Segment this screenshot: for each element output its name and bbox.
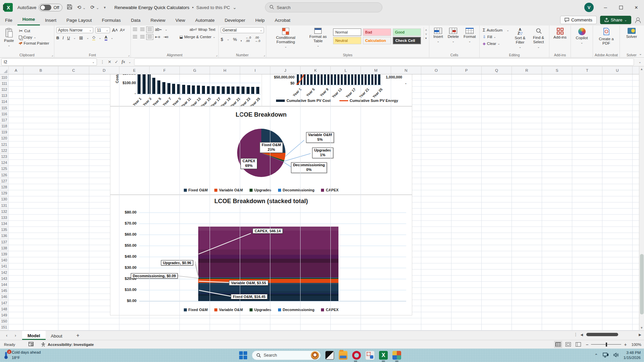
row-header-145[interactable]: 145 bbox=[0, 288, 8, 294]
gallery-up-icon[interactable]: ˄ bbox=[425, 28, 427, 32]
decrease-indent-icon[interactable]: ⇤≡ bbox=[155, 35, 160, 39]
row-header-137[interactable]: 137 bbox=[0, 239, 8, 245]
toggle-switch[interactable] bbox=[40, 5, 51, 10]
zoom-out-icon[interactable]: − bbox=[586, 342, 588, 347]
column-header-J[interactable]: J bbox=[270, 66, 301, 74]
stk-legend-Fixed-O-M[interactable]: Fixed O&M bbox=[184, 308, 208, 312]
row-header-122[interactable]: 122 bbox=[0, 147, 8, 154]
pie-legend-Decommissioning[interactable]: Decommissioning bbox=[278, 188, 315, 192]
align-left-icon[interactable] bbox=[133, 35, 137, 39]
row-header-111[interactable]: 111 bbox=[0, 80, 8, 86]
orientation-icon[interactable]: ab⌁ bbox=[155, 27, 162, 32]
font-color-icon[interactable]: A bbox=[105, 36, 107, 41]
zoom-level[interactable]: 100% bbox=[632, 343, 641, 347]
formula-bar-expand-icon[interactable]: ⌄ bbox=[636, 60, 644, 64]
network-icon[interactable] bbox=[603, 353, 609, 358]
title-search-box[interactable]: Search bbox=[265, 2, 382, 12]
format-as-table-button[interactable]: Format as Table⌄ bbox=[305, 27, 331, 48]
sheet-grid[interactable]: 1101111121131141151161171181191201211221… bbox=[0, 74, 639, 330]
enter-icon[interactable]: ✓ bbox=[115, 59, 118, 64]
row-header-121[interactable]: 121 bbox=[0, 141, 8, 147]
column-header-P[interactable]: P bbox=[451, 66, 482, 74]
format-cells-button[interactable]: Format⌄ bbox=[462, 27, 478, 44]
cell-style-calculation[interactable]: Calculation bbox=[363, 37, 391, 44]
row-header-130[interactable]: 130 bbox=[0, 196, 8, 202]
sheet-next-icon[interactable]: › bbox=[15, 333, 16, 338]
insert-cells-button[interactable]: Insert⌄ bbox=[431, 27, 445, 44]
row-header-110[interactable]: 110 bbox=[0, 74, 8, 80]
cost-chart[interactable]: Cost/$200.00$100.00-Year 1Year 3Year 5Ye… bbox=[110, 74, 262, 106]
row-header-149[interactable]: 149 bbox=[0, 312, 8, 318]
sort-filter-button[interactable]: AZ▽ Sort & Filter ⌄ bbox=[512, 27, 528, 50]
row-header-128[interactable]: 128 bbox=[0, 184, 8, 190]
copilot-button[interactable]: Copilot ⌄ bbox=[573, 27, 591, 45]
paste-button[interactable]: Paste⌄ bbox=[2, 27, 16, 48]
lcoe-pie-chart[interactable]: LCOE BreakdownFixed O&M25%CAPEX69%Variab… bbox=[110, 106, 412, 195]
row-header-113[interactable]: 113 bbox=[0, 93, 8, 99]
row-header-136[interactable]: 136 bbox=[0, 233, 8, 239]
fill-color-icon[interactable]: ◇ bbox=[92, 36, 95, 41]
merge-center-button[interactable]: ⬓Merge & Center⌄ bbox=[178, 35, 216, 39]
fill-button[interactable]: ⇩Fill ⌄ bbox=[482, 34, 510, 40]
row-header-133[interactable]: 133 bbox=[0, 215, 8, 221]
tray-chevron-icon[interactable]: ⌃ bbox=[594, 353, 598, 358]
gallery-down-icon[interactable]: ˅ bbox=[425, 33, 427, 36]
underline-button[interactable]: U bbox=[67, 36, 70, 40]
column-header-H[interactable]: H bbox=[210, 66, 240, 74]
row-header-151[interactable]: 151 bbox=[0, 324, 8, 330]
normal-view-icon[interactable] bbox=[555, 342, 561, 347]
align-middle-icon[interactable] bbox=[140, 28, 145, 31]
row-header-140[interactable]: 140 bbox=[0, 257, 8, 263]
cell-style-normal[interactable]: Normal bbox=[333, 28, 361, 36]
row-header-124[interactable]: 124 bbox=[0, 160, 8, 166]
name-box[interactable]: I2⌄ bbox=[1, 58, 97, 66]
column-header-K[interactable]: K bbox=[301, 66, 331, 74]
conditional-formatting-button[interactable]: Conditional Formatting⌄ bbox=[268, 27, 303, 49]
row-header-117[interactable]: 117 bbox=[0, 117, 8, 123]
row-header-116[interactable]: 116 bbox=[0, 111, 8, 117]
gallery-more-icon[interactable]: ▾ bbox=[425, 37, 427, 40]
ribbon-tab-acrobat[interactable]: Acrobat bbox=[270, 16, 296, 25]
taskbar-search[interactable]: Search bbox=[252, 351, 321, 360]
row-header-120[interactable]: 120 bbox=[0, 135, 8, 141]
vertical-scroll-thumb[interactable] bbox=[640, 254, 644, 314]
ribbon-tab-data[interactable]: Data bbox=[126, 16, 146, 25]
ribbon-tab-developer[interactable]: Developer bbox=[220, 16, 251, 25]
addins-button[interactable]: Add-ins bbox=[551, 27, 569, 40]
decrease-decimal-icon[interactable]: .00→.0 bbox=[255, 36, 260, 43]
row-header-135[interactable]: 135 bbox=[0, 227, 8, 233]
cell-style-good[interactable]: Good bbox=[393, 28, 421, 36]
share-button[interactable]: Share ⌄ bbox=[600, 16, 631, 24]
ribbon-tab-insert[interactable]: Insert bbox=[40, 16, 61, 25]
number-format-select[interactable]: General⌄ bbox=[221, 27, 264, 33]
undo-icon[interactable]: ⟲ ⌄ bbox=[77, 4, 86, 10]
snip-tool-icon[interactable] bbox=[366, 351, 374, 360]
column-header-A[interactable]: A bbox=[9, 66, 23, 74]
ribbon-tab-page-layout[interactable]: Page Layout bbox=[61, 16, 97, 25]
delete-cells-button[interactable]: Delete⌄ bbox=[446, 27, 461, 44]
align-right-icon[interactable] bbox=[148, 35, 152, 39]
ribbon-tab-review[interactable]: Review bbox=[146, 16, 170, 25]
row-header-112[interactable]: 112 bbox=[0, 86, 8, 93]
zoom-thumb[interactable] bbox=[606, 343, 607, 347]
find-select-button[interactable]: Find & Select ⌄ bbox=[530, 27, 547, 50]
column-header-U[interactable]: U bbox=[602, 66, 633, 74]
insert-function-icon[interactable]: fx bbox=[121, 59, 125, 64]
row-header-118[interactable]: 118 bbox=[0, 123, 8, 129]
horizontal-scrollbar[interactable]: ⋮ ◀ ▶ bbox=[574, 332, 641, 337]
stk-legend-Decommissioning[interactable]: Decommissioning bbox=[278, 308, 315, 312]
new-sheet-button[interactable]: + bbox=[76, 333, 79, 339]
excel-app-icon[interactable]: X bbox=[4, 3, 13, 12]
ribbon-tab-formulas[interactable]: Formulas bbox=[97, 16, 126, 25]
minimize-button[interactable]: ─ bbox=[598, 0, 613, 15]
format-painter-button[interactable]: Format Painter bbox=[18, 41, 50, 46]
stk-legend-Upgrades[interactable]: Upgrades bbox=[250, 308, 271, 312]
row-header-125[interactable]: 125 bbox=[0, 166, 8, 172]
increase-indent-icon[interactable]: ⇥≡ bbox=[163, 35, 169, 39]
align-top-icon[interactable] bbox=[133, 28, 137, 31]
ribbon-tab-view[interactable]: View bbox=[170, 16, 190, 25]
save-icon[interactable] bbox=[67, 4, 72, 10]
row-header-141[interactable]: 141 bbox=[0, 263, 8, 269]
cut-button[interactable]: ✂Cut bbox=[18, 28, 50, 34]
customize-qat-icon[interactable]: ▾ bbox=[104, 5, 106, 10]
